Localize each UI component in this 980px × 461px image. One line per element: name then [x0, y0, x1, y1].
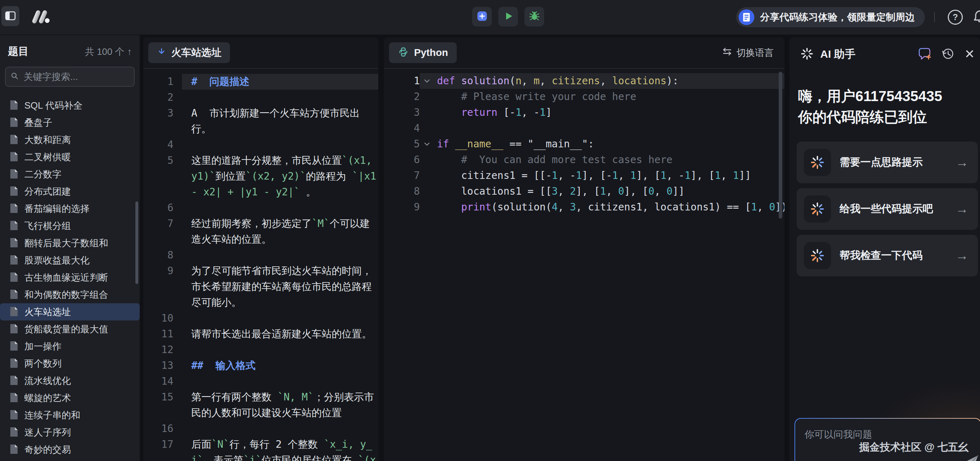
markdown-line[interactable]: 7经过前期考察，初步选定了`M`个可以建造火车站的位置。 [143, 216, 378, 247]
suggestion-card[interactable]: 帮我检查一下代码→ [797, 235, 978, 276]
ai-input-box[interactable]: 你可以问我问题 掘金技术社区 @ 七五幺 [794, 418, 980, 461]
markdown-line[interactable]: 2 [143, 89, 378, 105]
sidebar-item[interactable]: 螺旋的艺术 [0, 389, 140, 407]
tab-problem-description[interactable]: 火车站选址 [148, 42, 230, 63]
code-editor[interactable]: 1def solution(n, m, citizens, locations)… [384, 69, 784, 215]
sidebar-item[interactable]: 古生物血缘远近判断 [0, 269, 140, 286]
sidebar-item[interactable]: 和为偶数的数字组合 [0, 286, 140, 303]
sidebar-item[interactable]: 番茄编辑的选择 [0, 200, 140, 217]
add-button[interactable] [472, 7, 492, 27]
switch-language-button[interactable]: 切换语言 [722, 46, 774, 59]
close-button[interactable] [964, 48, 975, 60]
code-line[interactable]: 1def solution(n, m, citizens, locations)… [384, 73, 784, 89]
new-chat-button[interactable] [918, 46, 932, 62]
sidebar-item[interactable]: SQL 代码补全 [0, 97, 140, 114]
sidebar-item[interactable]: 连续子串的和 [0, 407, 140, 424]
sidebar-item[interactable]: 奇妙的交易 [0, 441, 140, 458]
markdown-line[interactable]: 1# 问题描述 [143, 74, 378, 89]
fold-chevron-icon[interactable] [420, 73, 434, 89]
sidebar-item[interactable]: 二叉树供暖 [0, 148, 140, 166]
code-line[interactable]: 8 locations1 = [[3, 2], [1, 0], [0, 0]] [384, 183, 784, 199]
markdown-line[interactable]: 12 [143, 342, 378, 358]
sidebar-item[interactable]: 迷人子序列 [0, 424, 140, 441]
markdown-line-content [182, 421, 377, 437]
markdown-line-content: A 市计划新建一个火车站方便市民出行。 [182, 105, 377, 137]
sidebar-item[interactable]: 股票收益最大化 [0, 252, 140, 269]
sidebar-scrollbar[interactable] [135, 201, 138, 284]
line-number: 1 [143, 74, 173, 89]
code-scrollbar[interactable] [779, 72, 782, 219]
sidebar-item[interactable]: 二分数字 [0, 166, 140, 183]
sidebar-item[interactable]: 大数和距离 [0, 131, 140, 148]
markdown-line[interactable]: 8 [143, 247, 378, 263]
sidebar-item[interactable]: 流水线优化 [0, 372, 140, 389]
suggestion-card[interactable]: 需要一点思路提示→ [797, 142, 978, 183]
code-line[interactable]: 3 return [-1, -1] [384, 105, 784, 120]
debug-button[interactable] [524, 7, 544, 27]
sidebar-item-label: 番茄编辑的选择 [24, 203, 89, 215]
markdown-line[interactable]: 10 [143, 310, 378, 326]
sidebar-item[interactable]: 分布式团建 [0, 183, 140, 200]
markdown-line[interactable]: 11请帮市长选出最合适新建火车站的位置。 [143, 326, 378, 342]
markdown-editor[interactable]: 1# 问题描述23A 市计划新建一个火车站方便市民出行。45这里的道路十分规整，… [143, 69, 378, 461]
sidebar-item-label: 翻转后最大子数组和 [24, 237, 108, 249]
suggestion-card[interactable]: 给我一些代码提示吧→ [797, 188, 978, 230]
document-icon [9, 220, 19, 231]
help-button[interactable]: ? [948, 10, 963, 25]
code-line-content: if __name__ == "__main__": [434, 136, 784, 152]
history-button[interactable] [941, 47, 955, 62]
search-input[interactable] [23, 71, 125, 83]
sidebar-item[interactable]: 翻转后最大子数组和 [0, 234, 140, 252]
sidebar-item-label: 飞行棋分组 [24, 220, 71, 232]
run-button[interactable] [498, 7, 518, 27]
sidebar-item[interactable]: 火车站选址 [0, 303, 140, 321]
line-number: 1 [384, 73, 420, 89]
sparkle-burst-icon [804, 242, 831, 269]
markdown-line-content [182, 373, 377, 389]
markdown-line[interactable]: 5这里的道路十分规整，市民从位置`(x1, y1)`到位置`(x2, y2)`的… [143, 153, 378, 200]
markdown-line[interactable]: 4 [143, 137, 378, 153]
sparkle-burst-icon [804, 195, 831, 223]
sidebar-item[interactable]: 叠盘子 [0, 114, 140, 131]
markdown-line-content: # 问题描述 [182, 74, 378, 89]
sidebar-item[interactable]: 两个数列 [0, 355, 140, 372]
markdown-line[interactable]: 15第一行有两个整数 `N, M`；分别表示市民的人数和可以建设火车站的位置 [143, 389, 378, 421]
code-line[interactable]: 6 # You can add more test cases here [384, 152, 784, 168]
description-tab-label: 火车站选址 [171, 46, 221, 59]
help-icon: ? [953, 12, 958, 22]
sidebar-item[interactable]: 加一操作 [0, 338, 140, 355]
code-line[interactable]: 4 [384, 120, 784, 136]
markdown-line[interactable]: 14 [143, 373, 378, 389]
markdown-line[interactable]: 17后面`N`行，每行 2 个整数 `x_i, y_i`，表示第`i`位市民的居… [143, 437, 378, 461]
code-line[interactable]: 2 # Please write your code here [384, 89, 784, 105]
send-button[interactable] [966, 453, 979, 461]
sidebar-item[interactable]: 融合公式 [0, 458, 140, 461]
sidebar-item-label: 二叉树供暖 [24, 151, 71, 163]
sidebar-item-label: 加一操作 [24, 340, 62, 353]
markdown-line-content: 这里的道路十分规整，市民从位置`(x1, y1)`到位置`(x2, y2)`的路… [182, 153, 377, 200]
fold-gutter [420, 152, 434, 168]
fold-gutter [420, 120, 434, 136]
search-box[interactable] [5, 67, 135, 87]
markdown-line[interactable]: 6 [143, 200, 378, 216]
sidebar-item-label: 流水线优化 [24, 375, 71, 387]
code-line[interactable]: 9 print(solution(4, 3, citizens1, locati… [384, 199, 784, 215]
code-line-content: locations1 = [[3, 2], [1, 0], [0, 0]] [434, 183, 784, 199]
ai-input-inner[interactable]: 你可以问我问题 掘金技术社区 @ 七五幺 [795, 419, 980, 461]
markdown-line-content [182, 342, 377, 358]
notification-button[interactable] [972, 9, 980, 26]
code-line[interactable]: 7 citizens1 = [[-1, -1], [-1, 1], [1, -1… [384, 168, 784, 183]
sidebar-item[interactable]: 飞行棋分组 [0, 217, 140, 234]
markdown-line[interactable]: 3A 市计划新建一个火车站方便市民出行。 [143, 105, 378, 137]
markdown-line-content: 请帮市长选出最合适新建火车站的位置。 [182, 326, 377, 342]
fold-chevron-icon[interactable] [420, 136, 434, 152]
sidebar-item[interactable]: 货船载货量的最大值 [0, 321, 140, 338]
code-line[interactable]: 5if __name__ == "__main__": [384, 136, 784, 152]
line-number: 14 [143, 373, 173, 389]
sidebar-toggle-button[interactable] [2, 6, 19, 26]
markdown-line[interactable]: 16 [143, 421, 378, 437]
promo-banner[interactable]: 分享代码练习体验，领限量定制周边 [736, 7, 925, 27]
markdown-line[interactable]: 13## 输入格式 [143, 358, 378, 373]
tab-python[interactable]: Python [389, 42, 457, 63]
markdown-line[interactable]: 9为了尽可能节省市民到达火车站的时间，市长希望新建的车站离每位市民的总路程尽可能… [143, 263, 378, 310]
